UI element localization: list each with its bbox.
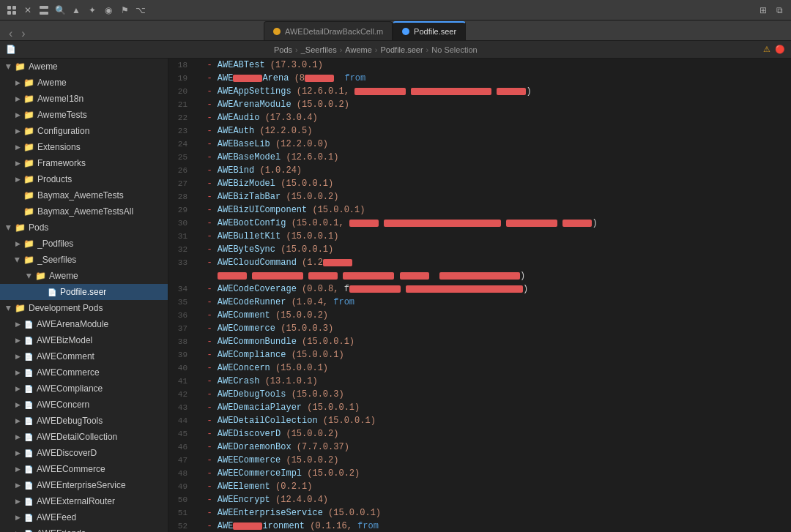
sidebar-item-aweme[interactable]: ▶ 📁 Aweme (0, 75, 168, 91)
sidebar-item-aweenterpriseservice[interactable]: ▶ 📄 AWEEnterpriseService (0, 477, 168, 493)
sidebar-label-awefriends: AWEFriends (37, 528, 86, 532)
sidebar-label-devpods: Development Pods (29, 303, 103, 313)
tab-awedetail[interactable]: AWEDetailDrawBackCell.m (264, 21, 393, 40)
sidebar-item-podfile-seer[interactable]: ▶ 📄 Podfile.seer (0, 284, 168, 300)
layout-icon[interactable]: ⊞ (757, 4, 769, 16)
sidebar-label-products: Products (37, 174, 72, 184)
tab-label-2: Podfile.seer (414, 27, 456, 36)
breadcrumb-seerfiles[interactable]: _Seerfiles (301, 45, 337, 54)
line-content-24: - AWEBaseLib (12.2.0.0) (196, 138, 791, 151)
sidebar-item-aweme-root[interactable]: ▶ 📁 Aweme (0, 59, 168, 75)
sidebar-item-aweexternalrouter[interactable]: ▶ 📄 AWEExternalRouter (0, 493, 168, 509)
file-icon-awecommerce: 📄 (23, 369, 34, 377)
nav-forward-arrow[interactable]: › (18, 27, 28, 40)
code-line-51: 51 - AWEEnterpriseService (15.0.0.1) (168, 506, 791, 520)
main-area: ▶ 📁 Aweme ▶ 📁 Aweme ▶ 📁 AwemeI18n ▶ 📁 Aw… (0, 59, 791, 532)
sidebar-item-awefeed[interactable]: ▶ 📄 AWEFeed (0, 509, 168, 525)
code-line-38: 38 - AWECommonBundle (15.0.0.1) (168, 335, 791, 348)
arrow-awemei18n: ▶ (12, 93, 23, 105)
line-content-40: - AWEConcern (15.0.0.1) (196, 361, 791, 375)
line-num-39: 39 (168, 348, 196, 361)
sidebar-item-aweecommerce[interactable]: ▶ 📄 AWEECommerce (0, 461, 168, 477)
breadcrumb-sep-4: › (426, 45, 429, 54)
close-icon[interactable]: ✕ (22, 4, 34, 16)
sidebar-item-pods-root[interactable]: ▶ 📁 Pods (0, 220, 168, 236)
code-line-49: 49 - AWEElement (0.2.1) (168, 480, 791, 493)
split-icon[interactable]: ⧉ (773, 4, 785, 16)
line-num-19: 19 (168, 72, 196, 85)
sidebar-item-awearenam[interactable]: ▶ 📄 AWEArenaModule (0, 316, 168, 332)
line-content-52: - AWEironment (0.1.16, from (196, 520, 791, 532)
code-line-28: 28 - AWEBizTabBar (15.0.0.2) (168, 190, 791, 203)
line-content-29: - AWEBizUIComponent (15.0.0.1) (196, 203, 791, 217)
folder-icon-baymax-awemetestsall: 📁 (23, 206, 34, 217)
sidebar-item-baymax-awemetests[interactable]: ▶ 📁 Baymax_AwemeTests (0, 187, 168, 203)
sidebar-item-awemei18n[interactable]: ▶ 📁 AwemeI18n (0, 91, 168, 107)
sidebar-item-podfiles[interactable]: ▶ 📁 _Podfiles (0, 236, 168, 252)
line-content-32: - AWEByteSync (15.0.0.1) (196, 243, 791, 256)
line-num-18: 18 (168, 59, 196, 72)
folder-icon-awemetests: 📁 (23, 110, 34, 120)
flag-icon[interactable]: ⚑ (119, 4, 130, 16)
sidebar-item-awébizmodel[interactable]: ▶ 📄 AWEBizModel (0, 332, 168, 348)
star-icon[interactable]: ✦ (86, 4, 98, 16)
arrow-frameworks: ▶ (12, 157, 23, 169)
code-line-44: 44 - AWEDetailCollection (15.0.0.1) (168, 414, 791, 427)
sidebar-item-awefriends[interactable]: ▶ 📄 AWEFriends (0, 525, 168, 532)
code-line-30: 30 - AWEBootConfig (15.0.0.1, ) (168, 217, 791, 230)
sidebar-item-configuration[interactable]: ▶ 📁 Configuration (0, 123, 168, 139)
chevron-icon[interactable]: ⌥ (135, 4, 146, 16)
sidebar-item-awecommerce[interactable]: ▶ 📄 AWECommerce (0, 364, 168, 381)
sidebar-label-configuration: Configuration (37, 126, 89, 136)
file-icon-awediscoverd: 📄 (23, 449, 34, 457)
breadcrumb-podfile[interactable]: Podfile.seer (381, 45, 423, 54)
line-content-50: - AWEEncrypt (12.4.0.4) (196, 493, 791, 506)
code-editor[interactable]: 18 - AWEABTest (17.3.0.1) 19 - AWEArena … (168, 59, 791, 532)
line-content-33: - AWECloudCommand (1.2 (196, 256, 791, 269)
sidebar-item-awecompliance[interactable]: ▶ 📄 AWECompliance (0, 381, 168, 397)
line-content-20: - AWEAppSettings (12.6.0.1, ) (196, 85, 791, 98)
line-num-36: 36 (168, 309, 196, 322)
line-num-26: 26 (168, 164, 196, 177)
code-line-42: 42 - AWEDebugTools (15.0.0.3) (168, 388, 791, 401)
sidebar-label-aweme-sub: Aweme (49, 271, 78, 281)
file-icon-awefeed: 📄 (23, 514, 34, 522)
sidebar-item-extensions[interactable]: ▶ 📁 Extensions (0, 139, 168, 155)
breadcrumb-pods[interactable]: Pods (274, 45, 292, 54)
line-content-19: - AWEArena (8 from (196, 72, 791, 85)
sidebar-item-baymax-awemetestsall[interactable]: ▶ 📁 Baymax_AwemeTestsAll (0, 203, 168, 220)
arrow-aweconcern: ▶ (12, 399, 23, 411)
sidebar-item-frameworks[interactable]: ▶ 📁 Frameworks (0, 155, 168, 171)
code-line-34: 34 - AWECodeCoverage (0.0.8, f ) (168, 282, 791, 296)
sidebar-item-awecomment[interactable]: ▶ 📄 AWEComment (0, 348, 168, 364)
sidebar-item-devpods[interactable]: ▶ 📁 Development Pods (0, 300, 168, 316)
line-content-31: - AWEBulletKit (15.0.0.1) (196, 230, 791, 243)
sidebar-item-aweme-sub[interactable]: ▶ 📁 Aweme (0, 268, 168, 284)
line-num-24: 24 (168, 138, 196, 151)
tile-icon[interactable] (38, 4, 50, 16)
line-num-32: 32 (168, 243, 196, 256)
triangle-icon[interactable]: ▲ (70, 4, 82, 16)
search-icon[interactable]: 🔍 (54, 4, 66, 16)
grid-icon[interactable] (6, 4, 18, 16)
code-line-37: 37 - AWECommerce (15.0.0.3) (168, 322, 791, 335)
circle-icon[interactable]: ◉ (103, 4, 114, 16)
line-num-31: 31 (168, 230, 196, 243)
breadcrumb-aweme[interactable]: Aweme (345, 45, 371, 54)
sidebar-item-awedetailcollection[interactable]: ▶ 📄 AWEDetailCollection (0, 429, 168, 445)
line-num-49: 49 (168, 480, 196, 493)
code-line-33-cont: ) (168, 269, 791, 282)
line-num-41: 41 (168, 375, 196, 388)
sidebar-item-awemetests[interactable]: ▶ 📁 AwemeTests (0, 107, 168, 123)
sidebar-item-products[interactable]: ▶ 📁 Products (0, 171, 168, 187)
sidebar-item-aweconcern[interactable]: ▶ 📄 AWEConcern (0, 397, 168, 413)
line-content-33-cont: ) (196, 269, 791, 282)
sidebar-item-awediscoverd[interactable]: ▶ 📄 AWEDiscoverD (0, 445, 168, 461)
tab-icon-blue (402, 28, 409, 35)
line-content-23: - AWEAuth (12.2.0.5) (196, 124, 791, 138)
nav-back-arrow[interactable]: ‹ (6, 27, 15, 40)
sidebar-item-seerfiles[interactable]: ▶ 📁 _Seerfiles (0, 252, 168, 268)
sidebar-item-awedebugtools[interactable]: ▶ 📄 AWEDebugTools (0, 413, 168, 429)
tab-podfile[interactable]: Podfile.seer (393, 21, 466, 40)
line-content-21: - AWEArenaModule (15.0.0.2) (196, 98, 791, 111)
